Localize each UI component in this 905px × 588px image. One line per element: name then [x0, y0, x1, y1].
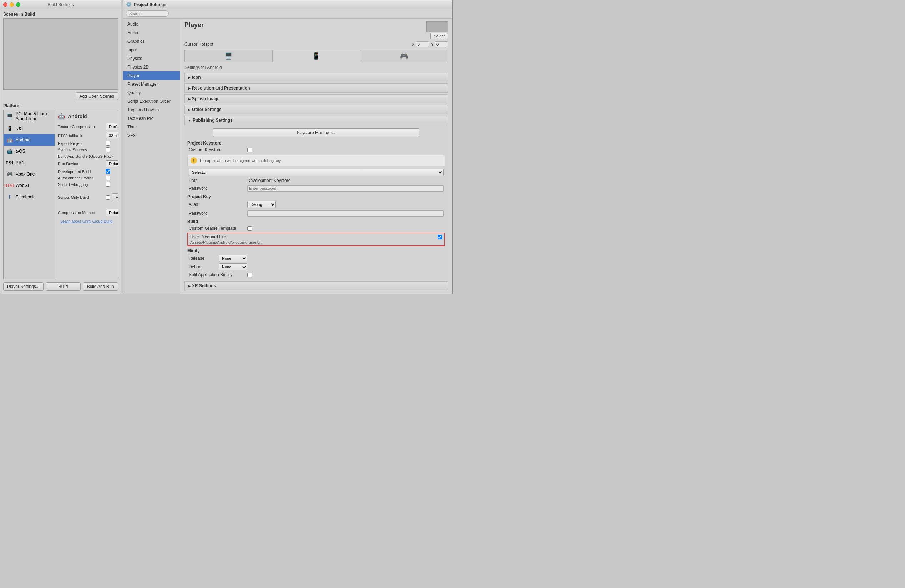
build-button[interactable]: Build: [46, 282, 81, 291]
notice-icon: !: [191, 157, 197, 164]
script-debugging-checkbox[interactable]: [106, 182, 110, 187]
custom-gradle-checkbox[interactable]: [247, 226, 252, 231]
alias-select[interactable]: Debug: [247, 201, 276, 208]
export-project-label: Export Project: [58, 141, 104, 146]
platform-item-ps4[interactable]: PS4 PS4: [3, 157, 55, 168]
build-app-bundle-row: Build App Bundle (Google Play): [58, 154, 115, 158]
texture-compression-row: Texture Compression Don't override: [58, 123, 115, 130]
platform-item-android[interactable]: 🤖 Android: [3, 134, 55, 146]
scripts-only-build-checkbox[interactable]: [106, 195, 110, 200]
xr-settings-label: XR Settings: [192, 283, 216, 288]
search-bar: [123, 9, 452, 19]
keystore-password-input[interactable]: [247, 185, 444, 192]
sidebar-item-physics2d[interactable]: Physics 2D: [123, 63, 180, 71]
android-header-title: Android: [68, 114, 87, 119]
run-device-row: Run Device Default device Refresh: [58, 160, 115, 167]
other-settings-header[interactable]: ▶ Other Settings: [184, 105, 448, 114]
publishing-settings-label: Publishing Settings: [193, 118, 233, 123]
keystore-path-row: Path Development Keystore: [187, 177, 445, 184]
sidebar-item-vfx[interactable]: VFX: [123, 131, 180, 140]
minify-release-select[interactable]: None: [219, 255, 247, 262]
autoconnect-profiler-checkbox[interactable]: [106, 176, 110, 180]
maximize-btn[interactable]: [16, 3, 20, 7]
etc2-fallback-select[interactable]: 32-bit: [106, 132, 118, 139]
keystore-password-row: Password: [187, 184, 445, 193]
close-btn[interactable]: [3, 3, 8, 7]
texture-compression-select[interactable]: Don't override: [106, 123, 118, 130]
sidebar-item-presetmanager[interactable]: Preset Manager: [123, 80, 180, 89]
ios-icon: 📱: [6, 125, 14, 132]
development-build-checkbox[interactable]: [106, 169, 110, 174]
script-debugging-row: Script Debugging: [58, 182, 115, 187]
tab-mobile[interactable]: 📱: [272, 50, 360, 62]
tvos-label: tvOS: [16, 149, 25, 154]
player-settings-button[interactable]: Player Settings...: [3, 282, 43, 291]
sidebar-item-input[interactable]: Input: [123, 46, 180, 54]
scenes-in-build-label: Scenes In Build: [3, 12, 118, 17]
sidebar-item-graphics[interactable]: Graphics: [123, 37, 180, 46]
ps-main-panel: Player Select Cursor Hotspot X Y: [180, 19, 452, 294]
keystore-manager-button[interactable]: Keystore Manager...: [213, 128, 419, 137]
platform-item-pc[interactable]: 🖥️ PC, Mac & Linux Standalone: [3, 110, 55, 123]
minify-debug-select[interactable]: None: [219, 263, 247, 271]
export-project-checkbox[interactable]: [106, 141, 110, 146]
android-icon: 🤖: [6, 136, 14, 144]
platform-label: Platform: [3, 103, 118, 108]
resolution-section-header[interactable]: ▶ Resolution and Presentation: [184, 84, 448, 93]
platform-item-webgl[interactable]: HTML WebGL: [3, 180, 55, 191]
split-application-row: Split Application Binary: [187, 271, 445, 278]
key-password-input[interactable]: [247, 210, 444, 217]
minimize-btn[interactable]: [10, 3, 14, 7]
splash-section-header[interactable]: ▶ Splash Image: [184, 94, 448, 103]
sidebar-item-editor[interactable]: Editor: [123, 29, 180, 37]
project-keystore-label: Project Keystore: [187, 139, 445, 146]
development-build-label: Development Build: [58, 170, 104, 174]
patch-button[interactable]: Patch: [112, 193, 118, 201]
resolution-arrow: ▶: [188, 86, 191, 90]
cursor-y-input[interactable]: [435, 41, 448, 47]
etc2-fallback-row: ETC2 fallback 32-bit: [58, 132, 115, 139]
sidebar-item-physics[interactable]: Physics: [123, 54, 180, 63]
sidebar-item-textmeshpro[interactable]: TextMesh Pro: [123, 114, 180, 123]
splash-section-label: Splash Image: [192, 96, 219, 101]
compression-method-select[interactable]: Default: [106, 209, 118, 216]
xr-settings-header[interactable]: ▶ XR Settings: [184, 281, 448, 290]
sidebar-item-tagsandlayers[interactable]: Tags and Layers: [123, 106, 180, 114]
platform-item-tvos[interactable]: 📺 tvOS: [3, 146, 55, 157]
xr-settings-section: ▶ XR Settings: [184, 281, 448, 290]
pc-label: PC, Mac & Linux Standalone: [16, 111, 52, 121]
custom-keystore-row: Custom Keystore: [187, 146, 445, 154]
sidebar-item-audio[interactable]: Audio: [123, 20, 180, 29]
select-logo-button[interactable]: Select: [430, 33, 448, 39]
add-open-scenes-button[interactable]: Add Open Scenes: [76, 92, 118, 100]
sidebar-item-quality[interactable]: Quality: [123, 89, 180, 97]
custom-keystore-checkbox[interactable]: [247, 148, 252, 152]
sidebar-item-time[interactable]: Time: [123, 123, 180, 131]
icon-section-header[interactable]: ▶ Icon: [184, 73, 448, 82]
split-application-checkbox[interactable]: [247, 273, 252, 277]
platform-split: 🖥️ PC, Mac & Linux Standalone 📱 iOS 🤖 An…: [3, 109, 118, 279]
cursor-hotspot-row: Cursor Hotspot X Y: [184, 41, 448, 47]
build-and-run-button[interactable]: Build And Run: [83, 282, 118, 291]
resolution-section-label: Resolution and Presentation: [192, 86, 250, 90]
platform-item-xbox[interactable]: 🎮 Xbox One: [3, 168, 55, 180]
company-logo: [426, 21, 448, 32]
notice-text: The application will be signed with a de…: [199, 158, 281, 163]
icon-arrow: ▶: [188, 76, 191, 79]
search-input[interactable]: [126, 10, 169, 17]
keystore-select[interactable]: Select...: [189, 169, 444, 176]
publishing-settings-content: Keystore Manager... Project Keystore Cus…: [184, 125, 448, 280]
ps-body: Audio Editor Graphics Input Physics Phys…: [123, 19, 452, 294]
cursor-x-input[interactable]: [416, 41, 429, 47]
publishing-settings-header[interactable]: ▼ Publishing Settings: [184, 116, 448, 125]
user-proguard-checkbox[interactable]: [438, 235, 442, 239]
sidebar-item-scriptexecution[interactable]: Script Execution Order: [123, 97, 180, 106]
tab-desktop[interactable]: 🖥️: [184, 50, 272, 62]
symlink-sources-checkbox[interactable]: [106, 147, 110, 152]
sidebar-item-player[interactable]: Player: [123, 71, 180, 80]
cloud-build-link[interactable]: Learn about Unity Cloud Build: [58, 219, 115, 223]
tab-gamepad[interactable]: 🎮: [360, 50, 448, 62]
platform-item-ios[interactable]: 📱 iOS: [3, 123, 55, 134]
platform-item-facebook[interactable]: f Facebook: [3, 191, 55, 203]
run-device-select[interactable]: Default device: [106, 160, 118, 167]
